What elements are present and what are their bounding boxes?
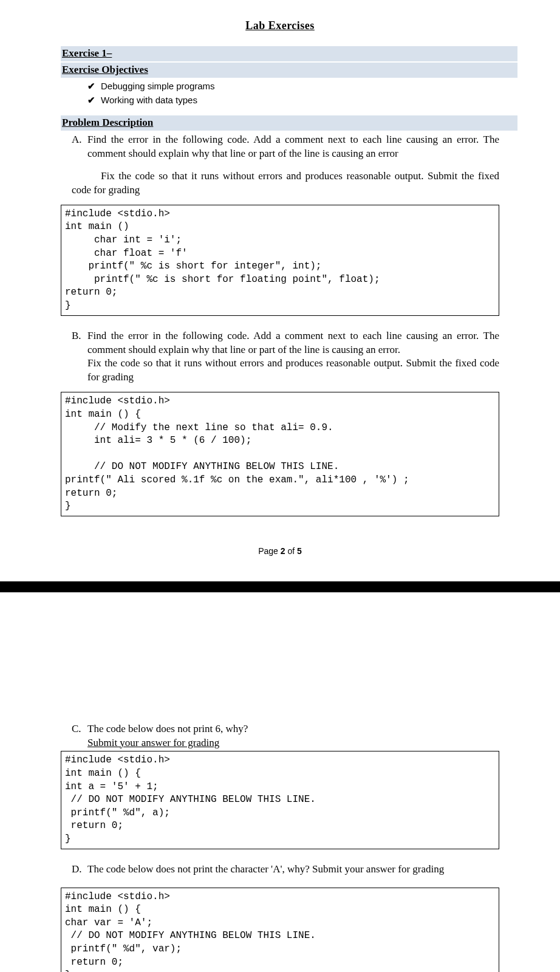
item-text-line-underline: Submit your answer for grading [87, 737, 219, 748]
page-number: Page 2 of 5 [36, 546, 524, 557]
item-text-line: Find the error in the following code. Ad… [87, 330, 499, 355]
item-text: Find the error in the following code. Ad… [87, 133, 499, 161]
document-title: Lab Exercises [36, 18, 524, 33]
item-letter: A. [72, 133, 87, 161]
code-block-c: #include <stdio.h> int main () { int a =… [61, 751, 499, 849]
page-num-current: 2 [281, 546, 285, 556]
item-letter: B. [72, 329, 87, 385]
page-1: Lab Exercises Exercise 1– Exercise Objec… [0, 0, 560, 581]
item-text: Fix the code so that it runs without err… [72, 169, 499, 197]
item-d: D. The code below does not print the cha… [72, 863, 499, 877]
problem-description-heading: Problem Description [61, 115, 517, 131]
objectives-list: Debugging simple programs Working with d… [87, 80, 524, 107]
item-b: B. Find the error in the following code.… [72, 329, 499, 385]
code-block-b: #include <stdio.h> int main () { // Modi… [61, 392, 499, 516]
item-a: A. Find the error in the following code.… [72, 133, 499, 161]
objective-item: Debugging simple programs [87, 80, 524, 94]
objectives-heading: Exercise Objectives [61, 63, 517, 78]
item-text: Find the error in the following code. Ad… [87, 329, 499, 385]
exercise-heading: Exercise 1– [61, 46, 517, 61]
item-text: The code below does not print 6, why? Su… [87, 722, 499, 750]
item-text-line: Fix the code so that it runs without err… [87, 357, 499, 383]
objective-item: Working with data types [87, 94, 524, 108]
page-num-pre: Page [258, 546, 281, 556]
item-letter: C. [72, 722, 87, 750]
item-c: C. The code below does not print 6, why?… [72, 722, 499, 750]
page-2: C. The code below does not print 6, why?… [0, 592, 560, 972]
page-num-mid: of [285, 546, 297, 556]
page-num-total: 5 [297, 546, 302, 556]
code-block-d: #include <stdio.h> int main () { char va… [61, 888, 499, 972]
item-text-line: The code below does not print 6, why? [87, 723, 248, 734]
item-letter: D. [72, 863, 87, 877]
item-text: The code below does not print the charac… [87, 863, 499, 877]
item-a-para2: Fix the code so that it runs without err… [72, 169, 499, 197]
code-block-a: #include <stdio.h> int main () char int … [61, 205, 499, 316]
